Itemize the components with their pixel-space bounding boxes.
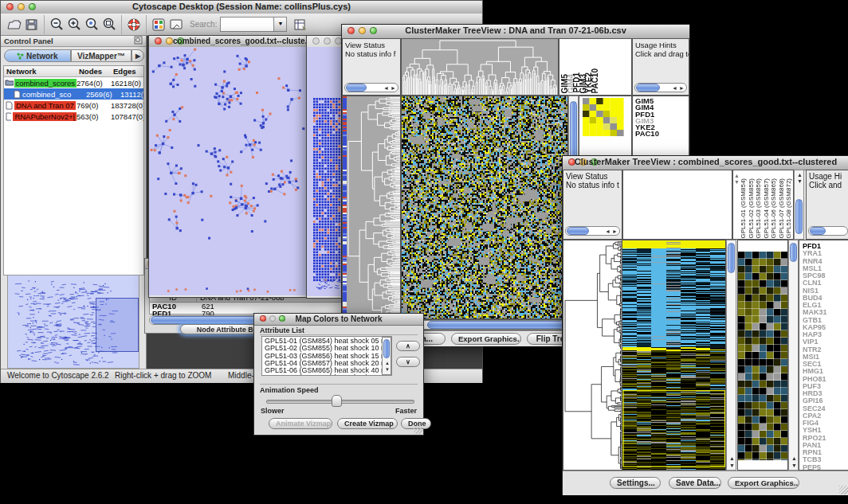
- scroll-up-icon[interactable]: ▲: [385, 361, 390, 366]
- dialog-title-bar[interactable]: Map Colors to Network: [254, 314, 423, 326]
- scroll-right-icon[interactable]: ►: [612, 229, 618, 234]
- main-title-bar[interactable]: Cytoscape Desktop (Session Name: collins…: [1, 1, 482, 14]
- export-graphics-button[interactable]: Export Graphics...: [728, 477, 799, 489]
- scroll-up-icon[interactable]: ▲: [729, 455, 735, 461]
- save-icon[interactable]: [23, 16, 41, 33]
- hints-hscrollbar[interactable]: [808, 226, 848, 236]
- scrollbar-thumb[interactable]: [383, 339, 390, 358]
- search-input[interactable]: [220, 17, 274, 32]
- row-dendrogram-canvas[interactable]: [563, 240, 622, 470]
- scroll-up-icon[interactable]: ▲: [797, 172, 803, 178]
- hints-hscrollbar[interactable]: ◄ ►: [634, 83, 687, 92]
- scrollbar-thumb[interactable]: [790, 243, 797, 262]
- zoom-matrix-canvas[interactable]: [583, 98, 624, 136]
- scrollbar-thumb[interactable]: [636, 84, 660, 92]
- column-label: GPL51-07 (GSM868): [778, 178, 786, 239]
- zoom-heatmap-pane[interactable]: [737, 240, 788, 471]
- attribute-browser-icon[interactable]: [292, 16, 309, 33]
- scroll-up-icon[interactable]: ▲: [734, 173, 740, 178]
- zoom-vscrollbar[interactable]: ▲ ▼: [788, 240, 799, 471]
- scrollbar-thumb[interactable]: [728, 243, 735, 273]
- scroll-down-icon[interactable]: ▼: [797, 178, 803, 184]
- birdseye-view[interactable]: [7, 275, 139, 369]
- zoom-in-icon[interactable]: [65, 16, 83, 33]
- animation-speed-slider-thumb[interactable]: [332, 395, 342, 407]
- scroll-up-icon[interactable]: ▲: [791, 455, 797, 461]
- row-dendrogram-canvas[interactable]: [347, 96, 400, 318]
- save-data-button[interactable]: Save Data...: [669, 477, 721, 489]
- treeview1-title-bar[interactable]: ClusterMaker TreeView : DNA and Tran 07-…: [342, 25, 689, 39]
- scroll-left-icon[interactable]: ◄: [383, 85, 389, 91]
- scroll-left-icon[interactable]: ◄: [605, 229, 610, 234]
- network-canvas[interactable]: [149, 47, 306, 295]
- zoom-heatmap-canvas[interactable]: [738, 252, 787, 460]
- heatmap-pane[interactable]: [401, 96, 568, 319]
- column-dendrogram-pane[interactable]: [622, 170, 732, 240]
- zoom-out-icon[interactable]: [48, 16, 65, 33]
- scroll-down-icon[interactable]: ▼: [791, 463, 797, 468]
- column-dendrogram-canvas[interactable]: [402, 39, 558, 95]
- help-lifesaver-icon[interactable]: [125, 16, 143, 33]
- resize-grip[interactable]: [414, 425, 422, 434]
- zoom-fit-icon[interactable]: [100, 16, 118, 33]
- status-hscrollbar[interactable]: ◄ ►: [344, 83, 398, 92]
- float-panel-icon[interactable]: [134, 36, 143, 47]
- annotation-icon[interactable]: [167, 16, 185, 33]
- network2-title-bar[interactable]: [307, 36, 344, 48]
- global-heatmap-canvas[interactable]: [622, 240, 726, 470]
- network-canvas[interactable]: [307, 47, 342, 296]
- heatmap-hscrollbar[interactable]: [401, 320, 568, 330]
- vizmapper-icon[interactable]: [150, 16, 167, 33]
- global-vscrollbar[interactable]: ▲ ▼: [726, 240, 736, 471]
- scroll-down-icon[interactable]: ▼: [734, 179, 740, 185]
- scrollbar-thumb[interactable]: [810, 227, 826, 235]
- attribute-list-label: Attribute List: [260, 326, 304, 334]
- attribute-list-vscrollbar[interactable]: ▲ ▼: [382, 337, 391, 375]
- animate-vizmap-button[interactable]: Animate Vizmap: [269, 418, 332, 429]
- scroll-right-icon[interactable]: ►: [391, 85, 396, 91]
- move-up-button[interactable]: ∧: [396, 341, 420, 351]
- scrollbar-thumb[interactable]: [427, 321, 564, 329]
- column-header-network[interactable]: Network: [4, 67, 79, 76]
- scroll-right-icon[interactable]: ►: [679, 85, 685, 91]
- network-row-dna-tran[interactable]: DNA and Tran 07 769(0) 183728(0): [4, 100, 143, 111]
- global-heatmap-pane[interactable]: [622, 240, 726, 471]
- settings-button[interactable]: Settings...: [610, 477, 661, 489]
- gene-list-item[interactable]: PAC10: [635, 131, 689, 137]
- minimize-button[interactable]: [324, 37, 331, 45]
- zoom-selected-icon[interactable]: [83, 16, 100, 33]
- network-row-combined-scores[interactable]: combined_scores 2764(0) 16218(0): [4, 77, 143, 88]
- row-dendrogram-pane[interactable]: [342, 96, 401, 319]
- network1-title-bar[interactable]: combined_scores_good.txt--cluste...: [149, 36, 308, 48]
- resize-grip[interactable]: [839, 486, 848, 494]
- open-file-icon[interactable]: [6, 16, 23, 33]
- scrollbar-thumb[interactable]: [346, 84, 367, 92]
- column-dendrogram-pane[interactable]: [401, 38, 559, 96]
- row-dendrogram-pane[interactable]: [563, 240, 622, 471]
- scroll-left-icon[interactable]: ◄: [672, 85, 677, 91]
- network-row-rnapuber[interactable]: RNAPuberNov2+| 563(0) 107847(0): [4, 111, 143, 122]
- tab-more-arrow[interactable]: ▶: [132, 49, 144, 62]
- scrollbar-thumb[interactable]: [795, 199, 803, 234]
- export-graphics-button[interactable]: Export Graphics...: [451, 333, 521, 345]
- scroll-down-icon[interactable]: ▼: [729, 463, 735, 468]
- status-welcome: Welcome to Cytoscape 2.6.2: [7, 369, 109, 382]
- search-dropdown-arrow-icon[interactable]: ▼: [274, 17, 287, 32]
- scrollbar-thumb[interactable]: [567, 227, 589, 235]
- tab-vizmapper[interactable]: VizMapper™: [71, 49, 132, 62]
- attribute-list-item[interactable]: GPL51-07 (GSM868) heat shock 60 min: [265, 374, 391, 376]
- heatmap-canvas[interactable]: [402, 96, 567, 318]
- move-down-button[interactable]: ∨: [396, 357, 420, 367]
- network-row-combined-sco-selected[interactable]: combined_sco 2569(6) 13112(15): [4, 88, 143, 100]
- create-vizmap-button[interactable]: Create Vizmap: [337, 418, 398, 429]
- tab-network[interactable]: Network: [4, 49, 71, 62]
- column-header-nodes[interactable]: Nodes: [79, 67, 113, 76]
- close-button[interactable]: [312, 37, 320, 45]
- status-hscrollbar[interactable]: ◄ ►: [565, 226, 620, 236]
- column-header-edges[interactable]: Edges: [113, 67, 143, 76]
- gene-list-item[interactable]: PEP5: [803, 464, 848, 471]
- labels-vscrollbar[interactable]: ▲ ▼: [794, 170, 804, 240]
- birdseye-viewport-rect[interactable]: [96, 298, 139, 352]
- treeview2-title-bar[interactable]: ClusterMaker TreeView : combined_scores_…: [563, 156, 848, 170]
- scroll-down-icon[interactable]: ▼: [385, 367, 390, 373]
